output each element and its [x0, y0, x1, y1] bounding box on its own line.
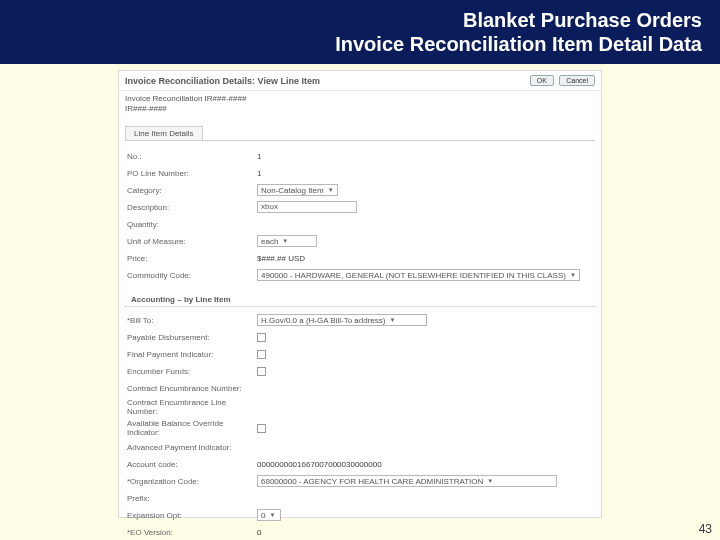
chevron-down-icon: ▼ [269, 512, 275, 518]
description-label: Description: [127, 203, 257, 212]
po-line-number-value: 1 [257, 169, 261, 178]
account-code-label: Account code: [127, 460, 257, 469]
chevron-down-icon: ▼ [282, 238, 288, 244]
eo-version-value: 0 [257, 528, 261, 537]
identity-line1: Invoice Reconciliation IR###-#### [125, 94, 595, 104]
advanced-payment-indicator-label: Advanced Payment Indicator: [127, 443, 257, 452]
identity-line2: IR###-#### [125, 104, 595, 114]
no-label: No.: [127, 152, 257, 161]
no-value: 1 [257, 152, 261, 161]
organization-code-label: *Organization Code: [127, 477, 257, 486]
cancel-button[interactable]: Cancel [559, 75, 595, 86]
final-payment-indicator-label: Final Payment Indicator: [127, 350, 257, 359]
description-input[interactable]: xbox [257, 201, 357, 213]
ok-button[interactable]: OK [530, 75, 554, 86]
panel-header: Invoice Reconciliation Details: View Lin… [125, 76, 320, 86]
accounting-section-heading: Accounting – by Line Item [125, 293, 595, 307]
prefix-label: Prefix: [127, 494, 257, 503]
title-band: Blanket Purchase Orders Invoice Reconcil… [0, 0, 720, 64]
price-label: Price: [127, 254, 257, 263]
expansion-opt-select[interactable]: 0▼ [257, 509, 281, 521]
account-code-value: 0000000001667007000030000000 [257, 460, 382, 469]
commodity-code-label: Commodity Code: [127, 271, 257, 280]
encumber-funds-checkbox[interactable] [257, 367, 266, 376]
po-line-number-label: PO Line Number: [127, 169, 257, 178]
bill-to-select[interactable]: H.Gov/0.0 a (H-GA Bill-To address)▼ [257, 314, 427, 326]
available-balance-override-indicator-label: Available Balance Override Indicator: [127, 419, 257, 437]
commodity-code-select[interactable]: 490000 - HARDWARE, GENERAL (NOT ELSEWHER… [257, 269, 580, 281]
chevron-down-icon: ▼ [328, 187, 334, 193]
chevron-down-icon: ▼ [487, 478, 493, 484]
encumber-funds-label: Encumber Funds: [127, 367, 257, 376]
tab-line-item-details[interactable]: Line Item Details [125, 126, 203, 140]
chevron-down-icon: ▼ [389, 317, 395, 323]
screenshot-panel: Invoice Reconciliation Details: View Lin… [118, 70, 602, 518]
price-value: $###.## USD [257, 254, 305, 263]
unit-of-measure-select[interactable]: each▼ [257, 235, 317, 247]
contract-encumbrance-number-label: Contract Encumbrance Number: [127, 384, 257, 393]
category-label: Category: [127, 186, 257, 195]
payable-disbursement-checkbox[interactable] [257, 333, 266, 342]
unit-of-measure-label: Unit of Measure: [127, 237, 257, 246]
category-select[interactable]: Non-Catalog Item▼ [257, 184, 338, 196]
payable-disbursement-label: Payable Disbursement: [127, 333, 257, 342]
expansion-opt-label: Expansion Opt: [127, 511, 257, 520]
slide-title-line1: Blanket Purchase Orders [463, 8, 702, 32]
available-balance-override-checkbox[interactable] [257, 424, 266, 433]
contract-encumbrance-line-number-label: Contract Encumbrance Line Number: [127, 398, 257, 416]
quantity-label: Quantity: [127, 220, 257, 229]
organization-code-select[interactable]: 68000000 - AGENCY FOR HEALTH CARE ADMINI… [257, 475, 557, 487]
bill-to-label: *Bill To: [127, 316, 257, 325]
eo-version-label: *EO Version: [127, 528, 257, 537]
page-number: 43 [699, 522, 712, 536]
final-payment-indicator-checkbox[interactable] [257, 350, 266, 359]
slide-title-line2: Invoice Reconciliation Item Detail Data [335, 32, 702, 56]
chevron-down-icon: ▼ [570, 272, 576, 278]
